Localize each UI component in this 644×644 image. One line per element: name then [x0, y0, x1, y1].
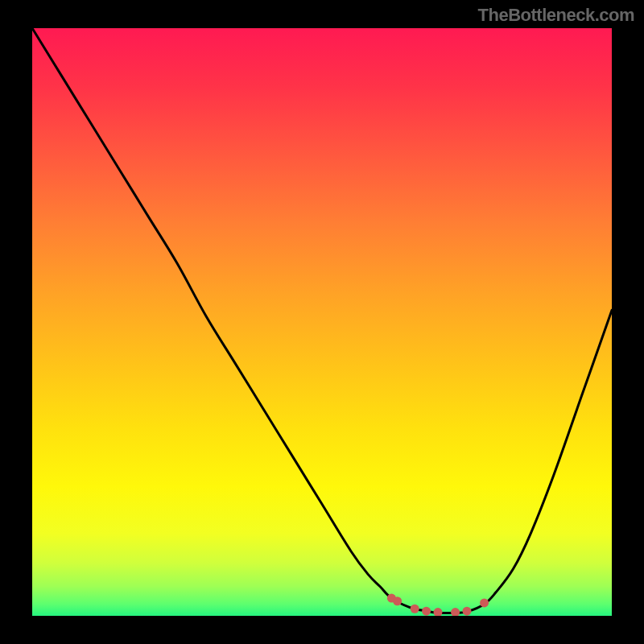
chart-plot-area [32, 28, 612, 616]
curve-marker [393, 597, 402, 605]
curve-marker [411, 605, 419, 613]
chart-overlay [32, 28, 612, 616]
curve-marker [480, 598, 489, 607]
curve-marker [463, 607, 472, 616]
curve-marker [422, 607, 431, 616]
bottleneck-curve [32, 28, 612, 613]
curve-marker [451, 608, 460, 616]
attribution-text: TheBottleneck.com [478, 5, 634, 26]
curve-marker [434, 608, 443, 616]
